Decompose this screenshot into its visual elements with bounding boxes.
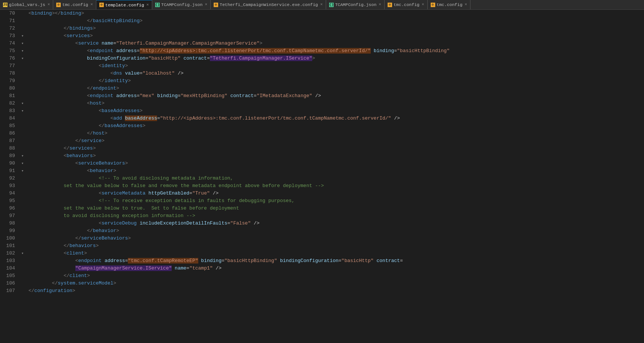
- line-row-96: 96 set the value below to true. Set to f…: [0, 205, 449, 212]
- tab-tmc-config3[interactable]: ⚙ tmc.config ×: [428, 0, 471, 9]
- line-content-70[interactable]: <binding></binding>: [25, 10, 449, 17]
- fold-75[interactable]: ▾: [19, 47, 25, 55]
- line-number-76: 76: [0, 55, 19, 62]
- line-number-72: 72: [0, 25, 19, 32]
- line-row-75: 75 ▾ <endpoint address="http://<ipAddres…: [0, 47, 449, 55]
- fold-76[interactable]: ▾: [19, 55, 25, 62]
- line-content-90[interactable]: <serviceBehaviors>: [25, 160, 449, 167]
- line-content-102[interactable]: <client>: [25, 250, 449, 257]
- line-content-107[interactable]: </configuration>: [25, 287, 449, 295]
- line-content-88[interactable]: </services>: [25, 145, 449, 152]
- line-content-82[interactable]: <host>: [25, 100, 449, 107]
- tab-template-config[interactable]: ⚙ template.config ×: [96, 0, 152, 9]
- line-content-95[interactable]: <!-- To receive exception details in fau…: [25, 197, 449, 205]
- line-row-71: 71 </basicHttpBinding>: [0, 17, 449, 25]
- line-content-92[interactable]: <!-- To avoid disclosing metadata inform…: [25, 175, 449, 182]
- line-content-96[interactable]: set the value below to true. Set to fals…: [25, 205, 449, 212]
- line-content-77[interactable]: <identity>: [25, 62, 449, 70]
- line-row-91: 91 ▾ <behavior>: [0, 167, 449, 175]
- line-content-89[interactable]: <behaviors>: [25, 152, 449, 160]
- tab-tcamp-config1[interactable]: {} TCAMPConfig.json ×: [152, 0, 211, 9]
- line-content-100[interactable]: </serviceBehaviors>: [25, 235, 449, 242]
- line-number-77: 77: [0, 62, 19, 70]
- fold-91[interactable]: ▾: [19, 167, 25, 175]
- line-content-99[interactable]: </behavior>: [25, 227, 449, 235]
- line-content-91[interactable]: <behavior>: [25, 167, 449, 175]
- line-row-106: 106 </system.serviceModel>: [0, 280, 449, 287]
- fold-102[interactable]: ▾: [19, 250, 25, 257]
- tab-tetherfi-service[interactable]: ⚙ Tetherfi_CampaignWinService.exe.config…: [211, 0, 326, 9]
- editor: 70 <binding></binding> 71 </basicHttpBin…: [0, 10, 644, 343]
- tab-close-template-config[interactable]: ×: [146, 3, 149, 7]
- line-row-79: 79 </identity>: [0, 77, 449, 85]
- line-content-97[interactable]: to avoid disclosing exception informatio…: [25, 212, 449, 220]
- fold-88: [19, 145, 25, 152]
- line-content-87[interactable]: </service>: [25, 137, 449, 145]
- line-content-76[interactable]: bindingConfiguration="basicHttp" contrac…: [25, 55, 449, 62]
- line-content-71[interactable]: </basicHttpBinding>: [25, 17, 449, 25]
- line-content-84[interactable]: <add baseAddress="http://<ipAddress>:tmc…: [25, 115, 449, 122]
- line-content-106[interactable]: </system.serviceModel>: [25, 280, 449, 287]
- line-content-94[interactable]: <serviceMetadata httpGetEnabled="True" /…: [25, 190, 449, 197]
- line-number-73: 73: [0, 32, 19, 40]
- fold-70: [19, 10, 25, 17]
- tab-tmc-config2[interactable]: ⚙ tmc.config ×: [385, 0, 428, 9]
- line-content-74[interactable]: <service name="Tetherfi.CampaignManager.…: [25, 40, 449, 47]
- tab-close-tcamp-config2[interactable]: ×: [379, 3, 381, 7]
- line-content-85[interactable]: </baseAddresses>: [25, 122, 449, 130]
- line-content-80[interactable]: </endpoint>: [25, 85, 449, 92]
- line-content-72[interactable]: </bindings>: [25, 25, 449, 32]
- line-number-100: 100: [0, 235, 19, 242]
- line-content-101[interactable]: </behaviors>: [25, 242, 449, 250]
- tab-label-tmc-config1: tmc.config: [62, 2, 88, 7]
- fold-82[interactable]: ▾: [19, 100, 25, 107]
- tab-close-tmc-config1[interactable]: ×: [90, 3, 93, 7]
- line-content-81[interactable]: <endpoint address="mex" binding="mexHttp…: [25, 92, 449, 100]
- fold-101: [19, 242, 25, 250]
- tab-close-tmc-config3[interactable]: ×: [465, 3, 467, 7]
- tab-close-tetherfi-service[interactable]: ×: [320, 3, 323, 7]
- tab-tmc-config1[interactable]: ⚙ tmc.config ×: [53, 0, 96, 9]
- tab-close-global-vars[interactable]: ×: [48, 3, 50, 7]
- tab-global-vars[interactable]: JS global_vars.js ×: [0, 0, 53, 9]
- fold-107: [19, 287, 25, 295]
- line-row-73: 73 ▾ <services>: [0, 32, 449, 40]
- tab-icon-template-config: ⚙: [99, 3, 104, 7]
- fold-89[interactable]: ▾: [19, 152, 25, 160]
- line-row-100: 100 </serviceBehaviors>: [0, 235, 449, 242]
- tab-label-tmc-config3: tmc.config: [437, 2, 463, 7]
- line-content-73[interactable]: <services>: [25, 32, 449, 40]
- line-content-83[interactable]: <baseAddresses>: [25, 107, 449, 115]
- line-content-75[interactable]: <endpoint address="http://<ipAddress>:tm…: [25, 47, 449, 55]
- line-content-104[interactable]: "CampaignManagerService.IService" name="…: [25, 265, 449, 272]
- line-row-105: 105 </client>: [0, 272, 449, 280]
- fold-83[interactable]: ▾: [19, 107, 25, 115]
- tab-close-tmc-config2[interactable]: ×: [422, 3, 424, 7]
- line-content-86[interactable]: </host>: [25, 130, 449, 137]
- line-content-105[interactable]: </client>: [25, 272, 449, 280]
- fold-77: [19, 62, 25, 70]
- fold-99: [19, 227, 25, 235]
- line-content-78[interactable]: <dns value="localhost" />: [25, 70, 449, 77]
- fold-92: [19, 175, 25, 182]
- line-content-103[interactable]: <endpoint address="tmc.conf.tCampRemoteE…: [25, 257, 449, 265]
- fold-72: [19, 25, 25, 32]
- line-number-83: 83: [0, 107, 19, 115]
- line-row-90: 90 ▾ <serviceBehaviors>: [0, 160, 449, 167]
- line-number-92: 92: [0, 175, 19, 182]
- tab-close-tcamp-config1[interactable]: ×: [205, 3, 207, 7]
- fold-74[interactable]: ▾: [19, 40, 25, 47]
- tab-tcamp-config2[interactable]: {} TCAMPConfig.json ×: [326, 0, 385, 9]
- line-content-98[interactable]: <serviceDebug includeExceptionDetailInFa…: [25, 220, 449, 227]
- line-number-87: 87: [0, 137, 19, 145]
- line-row-83: 83 ▾ <baseAddresses>: [0, 107, 449, 115]
- fold-73[interactable]: ▾: [19, 32, 25, 40]
- line-content-79[interactable]: </identity>: [25, 77, 449, 85]
- line-number-93: 93: [0, 182, 19, 190]
- fold-93: [19, 182, 25, 190]
- line-number-96: 96: [0, 205, 19, 212]
- fold-90[interactable]: ▾: [19, 160, 25, 167]
- line-row-85: 85 </baseAddresses>: [0, 122, 449, 130]
- line-number-82: 82: [0, 100, 19, 107]
- line-content-93[interactable]: set the value below to false and remove …: [25, 182, 449, 190]
